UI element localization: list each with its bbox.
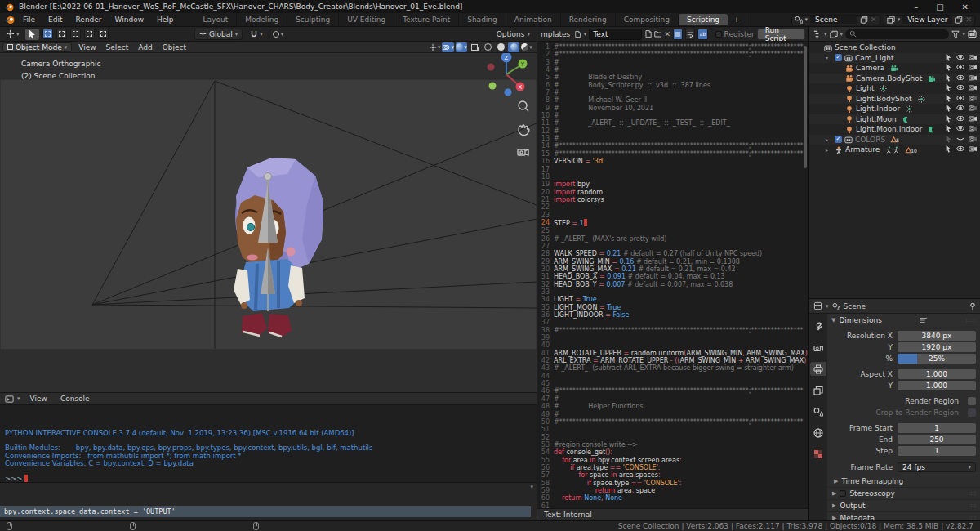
viewport-menu-select[interactable]: Select [101,43,134,51]
code-line[interactable]: 50#*************************************… [537,418,808,426]
workspace-tab-shading[interactable]: Shading [459,14,506,25]
menu-file[interactable]: File [16,16,42,24]
selectable-toggle-icon[interactable] [945,74,952,83]
code-line[interactable]: 27 [537,243,808,250]
code-line[interactable]: 49# [537,411,808,418]
code-line[interactable]: 25 [537,227,808,234]
code-line[interactable]: 5# Blade of Destiny [537,74,808,81]
code-line[interactable]: 26# _ALERT_ (MAX's are pretty wild) [537,235,808,243]
code-line[interactable]: 7# [537,89,808,96]
code-line[interactable]: 8# Michael W. Geer II [537,96,808,104]
view-layer-name[interactable]: View Layer [902,16,952,24]
code-line[interactable]: 46#*************************************… [537,387,808,395]
selectable-toggle-icon[interactable] [945,135,952,145]
tab-output[interactable] [810,362,826,376]
menu-edit[interactable]: Edit [42,16,69,24]
outliner-row-light-moon-indoor[interactable]: Light.Moon.Indoor [809,124,980,135]
filter-icon[interactable] [951,30,960,38]
outliner-label[interactable]: Camera [856,64,884,72]
outliner-label[interactable]: COLORS [855,136,885,144]
time-remapping-subpanel[interactable]: ▶Time Remapping [827,475,980,487]
mode-dropdown[interactable]: Object Mode▾ [2,42,72,52]
code-line[interactable]: 23 [537,212,808,219]
outliner-label[interactable]: Light.Moon.Indoor [856,125,922,133]
outliner-search-input[interactable] [845,29,949,39]
shading-material-button[interactable] [508,42,519,52]
tab-render[interactable] [810,341,826,355]
run-script-button[interactable]: Run Script [757,29,805,40]
selectable-toggle-icon[interactable] [945,145,952,154]
frame-rate-dropdown[interactable]: 24 fps▾ [898,462,976,472]
display-mode-icon[interactable] [830,30,838,38]
outliner-label[interactable]: Light.BodyShot [856,95,912,103]
code-line[interactable]: 37 [537,319,808,326]
code-line[interactable]: 17 [537,166,808,173]
outliner-editor-icon[interactable] [813,29,822,38]
outliner-row-light-indoor[interactable]: Light.Indoor [809,104,980,114]
visibility-eye-icon[interactable] [956,94,964,104]
code-line[interactable]: 53#region console write --> [537,441,808,448]
console-menu-console[interactable]: Console [54,395,96,403]
code-line[interactable]: 36LIGHT_INDOOR = False [537,311,808,319]
dimensions-panel-header[interactable]: ▼Dimensions :::: [827,314,980,326]
workspace-tab-sculpting[interactable]: Sculpting [287,14,339,25]
visibility-eye-icon[interactable] [956,124,964,134]
active-tool-button[interactable] [25,29,39,40]
code-line[interactable]: 39 [537,334,808,341]
code-line[interactable]: 52 [537,434,808,441]
render-visibility-icon[interactable] [969,94,977,104]
show-overlays-dropdown[interactable]: ▾ [442,42,454,52]
frame-step-field[interactable]: 1 [898,446,976,456]
menu-render[interactable]: Render [69,16,109,24]
console-prompt[interactable]: >>> [5,475,537,482]
show-gizmo-dropdown[interactable]: ▾ [429,42,441,52]
workspace-tab-modeling[interactable]: Modeling [237,14,287,25]
outliner-label[interactable]: Camera.BodyShot [856,74,922,83]
code-line[interactable]: 40 [537,341,808,349]
outliner-label[interactable]: Armature [845,145,880,154]
code-line[interactable]: 51 [537,426,808,433]
stereoscopy-checkbox[interactable] [840,490,846,497]
blender-menu-logo-icon[interactable] [5,15,15,25]
select-mode-new[interactable] [42,29,53,39]
outliner-row-colors[interactable]: ▸✓COLORS5 [809,135,980,145]
render-visibility-icon[interactable] [969,53,977,63]
tab-scene[interactable] [810,404,826,418]
selectable-toggle-icon[interactable] [945,63,952,73]
outliner-row-armature[interactable]: ▸Armature10 [809,145,980,155]
workspace-tab-scripting[interactable]: Scripting [679,14,728,25]
shading-wireframe-button[interactable] [482,42,493,52]
workspace-tab-texture-paint[interactable]: Texture Paint [394,14,459,25]
scene-name[interactable]: Scene [810,16,858,24]
workspace-tab-layout[interactable]: Layout [195,14,238,25]
render-visibility-icon[interactable] [969,104,977,114]
options-dropdown[interactable]: Options▾ [497,30,530,38]
render-visibility-icon[interactable] [969,145,977,154]
console-editor-icon[interactable] [5,395,14,404]
shading-preview-dropdown[interactable]: ▾ [456,42,467,52]
code-line[interactable]: 28WALK_SPEED = 0.21 # default = 0.27 (ha… [537,250,808,257]
outliner-row-camera[interactable]: Camera [809,63,980,74]
code-line[interactable]: 43# _ALERT_ (subtract ARL_EXTRA because … [537,364,808,372]
select-mode-intersect[interactable] [98,29,109,39]
visibility-eye-icon[interactable] [956,145,964,154]
tab-world[interactable] [810,426,826,440]
console-menu-view[interactable]: View [24,395,54,403]
info-log-row[interactable]: bpy.context.space_data.context = 'OUTPUT… [0,506,531,517]
visibility-eye-icon[interactable] [956,63,964,73]
code-line[interactable]: 4# [537,66,808,74]
add-workspace-button[interactable]: + [728,14,746,25]
transform-orientation-dropdown[interactable]: Global▾ [194,29,243,40]
templates-menu-clipped[interactable]: mplates [541,30,570,38]
code-line[interactable]: 12# [537,127,808,135]
unlink-text-icon[interactable]: ✕ [664,30,670,38]
render-visibility-icon[interactable] [969,63,977,73]
text-name-field[interactable]: Text [589,29,641,40]
outliner-row-light-bodyshot[interactable]: Light.BodyShot [809,94,980,105]
shading-rendered-button[interactable]: ▾ [521,42,532,52]
code-line[interactable]: 6# Body_Scripter.py :: v3d :: 387 lines [537,82,808,89]
code-line[interactable]: 44 [537,373,808,380]
code-line[interactable]: 3# [537,59,808,66]
code-line[interactable]: 18 [537,173,808,181]
code-line[interactable]: 14#*************************************… [537,142,808,149]
